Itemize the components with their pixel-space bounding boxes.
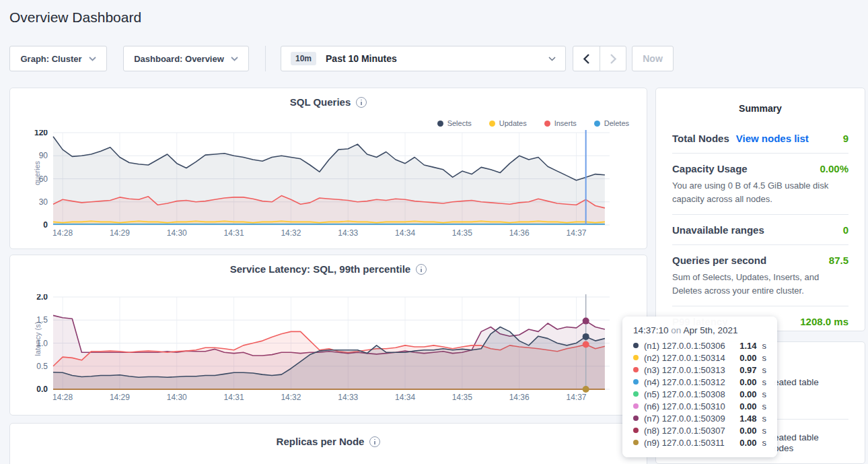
legend-item-updates[interactable]: Updates	[489, 119, 527, 127]
y-tick-label: 1.5	[36, 315, 48, 325]
tooltip-value-unit: s	[762, 401, 767, 411]
summary-value: 9	[843, 133, 848, 144]
x-tick-label: 14:33	[338, 393, 358, 402]
x-tick-label: 14:37	[567, 228, 587, 238]
chevron-down-icon	[231, 57, 238, 61]
tooltip-node-address: (n3) 127.0.0.1:50313	[644, 365, 734, 375]
chevron-right-icon	[610, 54, 616, 64]
summary-value: 1208.0 ms	[800, 316, 848, 327]
tooltip-value-unit: s	[762, 438, 767, 448]
legend-color-dot	[489, 121, 495, 127]
dashboard-dropdown[interactable]: Dashboard: Overview	[123, 46, 249, 71]
tooltip-value-unit: s	[762, 341, 767, 351]
time-range-badge: 10m	[291, 52, 316, 65]
info-icon[interactable]	[356, 97, 367, 108]
x-tick-label: 14:29	[110, 393, 130, 402]
hover-marker	[583, 341, 589, 348]
time-prev-button[interactable]	[573, 46, 600, 71]
info-icon[interactable]	[416, 264, 427, 275]
tooltip-node-address: (n2) 127.0.0.1:50314	[644, 353, 734, 363]
chevron-left-icon	[583, 54, 589, 64]
tooltip-node-address: (n1) 127.0.0.1:50306	[644, 341, 734, 351]
y-tick-label: 30	[39, 197, 48, 207]
legend-item-selects[interactable]: Selects	[437, 119, 472, 127]
tooltip-row: (n9) 127.0.0.1:503110.00 s	[633, 436, 766, 449]
y-tick-label: 1.0	[36, 339, 48, 348]
sql-queries-panel: SQL Queries SelectsUpdatesInsertsDeletes…	[9, 88, 647, 249]
x-tick-label: 14:34	[395, 228, 415, 238]
time-range-label: Past 10 Minutes	[326, 53, 539, 64]
summary-label: Total Nodes	[672, 133, 729, 144]
tooltip-node-value: 0.00	[739, 426, 756, 436]
summary-value: 0.00%	[820, 163, 848, 174]
tooltip-node-address: (n4) 127.0.0.1:50312	[644, 377, 734, 387]
series-color-dot	[633, 355, 639, 360]
legend-label: Deletes	[604, 119, 629, 127]
tooltip-timestamp: 14:37:10 on Apr 5th, 2021	[633, 325, 766, 335]
tooltip-row: (n7) 127.0.0.1:503091.48 s	[633, 412, 766, 424]
tooltip-node-value: 0.00	[739, 377, 756, 387]
now-button[interactable]: Now	[632, 46, 674, 71]
tooltip-node-value: 0.00	[739, 438, 756, 448]
view-nodes-list-link[interactable]: View nodes list	[736, 133, 809, 144]
legend-color-dot	[544, 121, 550, 127]
tooltip-node-address: (n7) 127.0.0.1:50309	[644, 413, 734, 424]
latency-panel: Service Latency: SQL, 99th percentile la…	[9, 255, 647, 416]
time-range-dropdown[interactable]: 10m Past 10 Minutes	[281, 46, 566, 71]
x-tick-label: 14:35	[452, 393, 472, 402]
tooltip-row: (n5) 127.0.0.1:503080.00 s	[633, 388, 766, 400]
hover-marker	[583, 318, 589, 325]
chevron-down-icon	[89, 57, 96, 61]
tooltip-node-value: 1.14	[739, 341, 756, 351]
time-next-button[interactable]	[600, 46, 626, 71]
y-tick-label: 2.0	[36, 294, 48, 302]
latency-title-text: Service Latency: SQL, 99th percentile	[230, 263, 410, 275]
latency-chart[interactable]: 14:2814:2914:3014:3114:3214:3314:3414:35…	[10, 294, 648, 406]
x-tick-label: 14:28	[52, 228, 73, 238]
series-color-dot	[633, 391, 639, 397]
tooltip-value-unit: s	[762, 389, 767, 399]
tooltip-node-address: (n5) 127.0.0.1:50308	[644, 389, 734, 399]
graph-dropdown[interactable]: Graph: Cluster	[9, 46, 107, 71]
series-color-dot	[633, 379, 639, 385]
tooltip-time: 14:37:10	[633, 325, 669, 335]
summary-row-unavailable-ranges: Unavailable ranges 0	[672, 215, 848, 245]
replicas-title-text: Replicas per Node	[277, 436, 365, 447]
tooltip-row: (n4) 127.0.0.1:503120.00 s	[633, 376, 766, 388]
tooltip-on: on	[671, 325, 681, 335]
tooltip-value-unit: s	[762, 365, 767, 375]
event-text-fragment: eated table	[774, 432, 819, 442]
x-tick-label: 14:29	[110, 228, 130, 238]
summary-label: Queries per second	[672, 255, 766, 266]
tooltip-node-value: 0.97	[739, 365, 756, 375]
sql-queries-legend: SelectsUpdatesInsertsDeletes	[437, 119, 629, 127]
chevron-down-icon	[548, 57, 556, 61]
summary-value: 0	[843, 224, 848, 236]
hover-marker	[583, 386, 589, 393]
y-tick-label: 0.5	[36, 362, 48, 371]
x-tick-label: 14:31	[224, 228, 244, 238]
sql-queries-title-text: SQL Queries	[290, 96, 351, 108]
series-color-dot	[633, 440, 639, 445]
legend-item-inserts[interactable]: Inserts	[544, 119, 577, 127]
legend-label: Inserts	[554, 119, 577, 127]
legend-label: Updates	[499, 119, 527, 127]
tooltip-node-address: (n6) 127.0.0.1:50310	[644, 401, 734, 411]
legend-item-deletes[interactable]: Deletes	[594, 119, 629, 127]
tooltip-node-value: 0.00	[739, 353, 756, 363]
sql-queries-chart[interactable]: 14:2814:2914:3014:3114:3214:3314:3414:35…	[10, 130, 648, 242]
hover-marker	[583, 333, 589, 340]
dashboard-dropdown-label: Dashboard: Overview	[134, 54, 224, 64]
y-tick-label: 0.0	[36, 385, 48, 394]
tooltip-value-unit: s	[762, 353, 767, 363]
info-icon[interactable]	[369, 436, 380, 447]
x-tick-label: 14:30	[167, 228, 187, 238]
graph-dropdown-label: Graph: Cluster	[20, 54, 81, 64]
x-tick-label: 14:28	[52, 393, 73, 402]
replicas-title: Replicas per Node	[10, 436, 647, 447]
series-color-dot	[633, 367, 639, 372]
series-color-dot	[633, 343, 639, 348]
y-tick-label: 0	[43, 220, 48, 230]
summary-label: Capacity Usage	[672, 163, 748, 174]
x-tick-label: 14:34	[395, 393, 415, 402]
